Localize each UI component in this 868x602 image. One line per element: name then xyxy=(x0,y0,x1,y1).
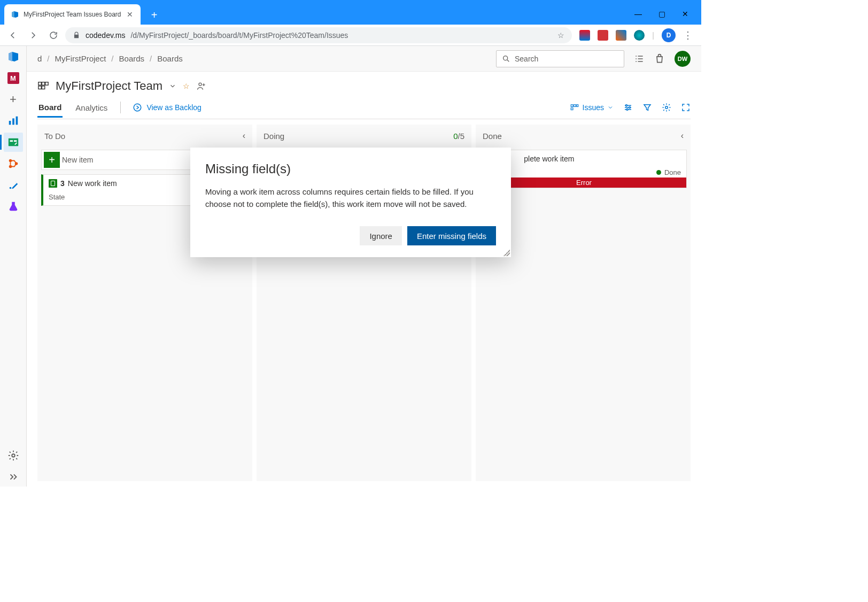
svg-point-26 xyxy=(665,106,668,109)
user-avatar[interactable]: DW xyxy=(675,51,691,67)
extension-icon-3[interactable] xyxy=(616,30,626,41)
svg-rect-20 xyxy=(574,105,576,107)
url-path: /d/MyFirstProject/_boards/board/t/MyFirs… xyxy=(130,31,348,40)
svg-rect-16 xyxy=(42,86,45,89)
resize-grip-icon[interactable] xyxy=(503,250,510,256)
extension-icon-2[interactable] xyxy=(598,30,608,41)
forward-button[interactable] xyxy=(25,27,42,44)
team-members-icon[interactable] xyxy=(196,81,207,91)
extension-icons: | D ⋮ xyxy=(575,28,697,42)
back-button[interactable] xyxy=(4,27,21,44)
svg-rect-14 xyxy=(45,82,49,86)
nav-settings[interactable] xyxy=(4,446,23,465)
enter-missing-fields-button[interactable]: Enter missing fields xyxy=(407,226,496,245)
svg-rect-2 xyxy=(15,117,18,125)
add-item-button[interactable]: + xyxy=(44,152,60,168)
svg-point-9 xyxy=(9,187,11,189)
filter-icon[interactable] xyxy=(642,103,652,112)
shopping-bag-icon[interactable] xyxy=(654,53,665,64)
extension-icon-1[interactable] xyxy=(579,30,590,41)
view-as-backlog-link[interactable]: View as Backlog xyxy=(133,103,201,112)
nav-test-plans[interactable] xyxy=(4,197,23,216)
work-item-id: 3 xyxy=(60,179,65,188)
url-host: codedev.ms xyxy=(86,31,125,40)
address-bar[interactable]: codedev.ms/d/MyFirstProject/_boards/boar… xyxy=(65,27,572,43)
board-small-icon xyxy=(570,103,579,112)
page-header: MyFirstProject Team ☆ Board Analytics Vi… xyxy=(27,72,701,119)
svg-rect-21 xyxy=(576,105,578,107)
page-tabs: Board Analytics View as Backlog Issues xyxy=(37,102,691,119)
list-icon[interactable] xyxy=(634,53,645,64)
sliders-icon[interactable] xyxy=(623,103,633,112)
svg-rect-1 xyxy=(12,118,14,125)
missing-fields-dialog: Missing field(s) Moving a work item acro… xyxy=(190,148,511,257)
favorite-star-icon[interactable]: ☆ xyxy=(183,82,190,90)
collapse-column-icon[interactable]: ‹ xyxy=(681,131,684,141)
tab-close-icon[interactable]: ✕ xyxy=(126,10,134,19)
dialog-body: Moving a work item across columns requir… xyxy=(205,186,496,210)
tab-analytics[interactable]: Analytics xyxy=(74,103,108,118)
extensions-divider: | xyxy=(652,31,654,40)
search-input[interactable]: Search xyxy=(496,50,624,67)
window-controls: — ▢ ✕ xyxy=(633,10,701,25)
nav-overview[interactable] xyxy=(4,111,23,130)
svg-point-25 xyxy=(626,109,628,110)
crumb-service[interactable]: Boards xyxy=(119,54,145,63)
collapse-column-icon[interactable]: ‹ xyxy=(243,131,245,141)
main-content: d / MyFirstProject / Boards / Boards Sea… xyxy=(27,46,701,487)
column-title: Doing xyxy=(264,132,284,141)
project-tile[interactable]: M xyxy=(4,68,23,88)
wip-counter: 0/5 xyxy=(453,132,464,141)
work-item-title: New work item xyxy=(68,179,117,188)
azure-devops-favicon xyxy=(11,10,19,19)
search-placeholder: Search xyxy=(515,55,538,63)
ignore-button[interactable]: Ignore xyxy=(360,226,402,245)
column-title: Done xyxy=(483,132,502,141)
browser-tab[interactable]: MyFirstProject Team Issues Board ✕ xyxy=(4,4,141,25)
nav-collapse[interactable] xyxy=(4,467,23,487)
maximize-icon[interactable]: ▢ xyxy=(656,10,667,18)
close-window-icon[interactable]: ✕ xyxy=(680,10,691,18)
gear-icon[interactable] xyxy=(662,103,671,112)
issue-type-icon xyxy=(49,179,57,188)
devops-app: M + d / MyFirstProject / Boards / Boards xyxy=(0,46,701,487)
chevron-down-icon xyxy=(607,104,614,111)
add-button[interactable]: + xyxy=(4,90,23,109)
new-tab-button[interactable]: + xyxy=(147,7,162,22)
nav-boards[interactable] xyxy=(4,133,23,152)
minimize-icon[interactable]: — xyxy=(633,10,644,18)
crumb-project[interactable]: MyFirstProject xyxy=(55,54,106,63)
browser-toolbar: codedev.ms/d/MyFirstProject/_boards/boar… xyxy=(0,25,701,46)
tab-board[interactable]: Board xyxy=(37,103,63,118)
svg-rect-15 xyxy=(38,86,42,89)
chevron-down-icon[interactable] xyxy=(169,82,176,90)
svg-point-18 xyxy=(134,104,142,111)
fullscreen-icon[interactable] xyxy=(681,103,691,112)
nav-pipelines[interactable] xyxy=(4,175,23,195)
svg-point-24 xyxy=(629,107,631,109)
chrome-profile-avatar[interactable]: D xyxy=(662,28,676,42)
left-nav-rail: M + xyxy=(0,46,27,487)
svg-rect-12 xyxy=(38,82,42,86)
browser-titlebar: MyFirstProject Team Issues Board ✕ + — ▢… xyxy=(0,0,701,25)
bookmark-star-icon[interactable]: ☆ xyxy=(557,31,564,40)
work-item-type-picker[interactable]: Issues xyxy=(570,103,614,112)
nav-repos[interactable] xyxy=(4,154,23,173)
team-name: MyFirstProject Team xyxy=(56,79,162,93)
azure-devops-logo-icon[interactable] xyxy=(7,50,20,63)
card-error-banner: Error xyxy=(482,177,686,188)
new-item-label[interactable]: New item xyxy=(62,156,93,164)
extension-icon-4[interactable] xyxy=(634,30,645,41)
svg-rect-13 xyxy=(42,82,45,86)
lock-icon xyxy=(73,32,80,39)
svg-rect-19 xyxy=(571,105,573,107)
search-icon xyxy=(502,55,510,63)
svg-point-23 xyxy=(626,105,627,106)
board-icon xyxy=(37,80,49,92)
svg-rect-5 xyxy=(13,140,16,142)
svg-point-10 xyxy=(12,454,15,457)
crumb-page[interactable]: Boards xyxy=(157,54,183,63)
chrome-menu-icon[interactable]: ⋮ xyxy=(683,29,693,41)
reload-button[interactable] xyxy=(45,27,62,44)
crumb-org[interactable]: d xyxy=(37,54,42,63)
